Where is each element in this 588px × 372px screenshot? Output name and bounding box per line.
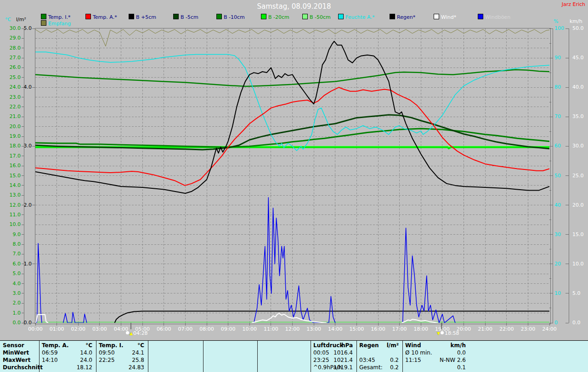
time-tick-label: 18:00: [412, 327, 430, 332]
legend-label: Empfang: [48, 21, 71, 27]
celsius-tick-label: 4.0: [4, 281, 21, 287]
legend-swatch-icon: [41, 14, 46, 19]
celsius-tick: [22, 313, 24, 313]
time-tick-label: 15:00: [347, 327, 366, 332]
windspeed-tick: [565, 146, 569, 147]
table-row-label: MinWert: [3, 349, 29, 356]
windspeed-tick-label: 50.0: [572, 26, 587, 31]
time-tick-label: 21:00: [476, 327, 494, 332]
sunrise-tick: [130, 323, 131, 329]
table-row-label: MaxWert: [3, 357, 30, 363]
celsius-tick-label: 9.0: [4, 232, 21, 237]
legend-item-wind: Wind*: [434, 14, 456, 19]
humidity-tick: [549, 293, 553, 293]
humidity-tick: [549, 278, 551, 279]
wind-series: [252, 314, 327, 323]
legend-item-b-5cm: B +5cm: [129, 14, 156, 19]
celsius-tick: [22, 156, 24, 156]
celsius-tick-label: 21.0: [4, 114, 21, 119]
unit-label-celsius: °C: [5, 17, 11, 23]
table-cell-value: N-NW 2.6: [402, 357, 466, 363]
time-tick-label: 03:00: [90, 327, 109, 332]
time-tick: [228, 323, 228, 326]
celsius-tick: [22, 175, 24, 176]
celsius-tick: [22, 234, 24, 235]
celsius-tick: [22, 214, 24, 215]
celsius-tick-label: 17.0: [4, 153, 21, 159]
time-tick-label: 05:00: [133, 327, 152, 332]
unit-label-wind: km/h: [570, 18, 582, 24]
celsius-tick-label: 11.0: [4, 212, 21, 218]
time-tick: [335, 323, 335, 326]
legend-label: Feuchte A.*: [345, 14, 374, 20]
table-column-separator: [148, 341, 148, 372]
humidity-tick: [549, 146, 553, 147]
unit-label-rain: l/m²: [16, 17, 26, 23]
legend-swatch-icon: [173, 14, 179, 19]
celsius-tick-label: 20.0: [4, 124, 21, 130]
celsius-tick-label: 28.0: [4, 45, 21, 51]
legend-item-feuchte-a: Feuchte A.*: [338, 14, 374, 19]
windspeed-tick-label: 30.0: [572, 143, 587, 149]
time-tick: [506, 323, 507, 326]
celsius-tick: [22, 244, 24, 245]
windspeed-tick-label: 10.0: [572, 261, 587, 267]
time-tick: [464, 323, 464, 326]
time-tick-label: 06:00: [155, 327, 173, 332]
legend-item-regen: Regen*: [390, 14, 415, 19]
legend-item-temp-i: Temp. I.*: [41, 14, 71, 19]
time-tick: [378, 323, 379, 326]
humidity-tick: [549, 43, 551, 44]
celsius-tick: [22, 48, 24, 48]
time-tick-label: 04:00: [112, 327, 130, 332]
windspeed-tick-label: 20.0: [572, 203, 587, 208]
table-cell-value: 24.0: [39, 357, 92, 363]
time-tick-label: 20:00: [455, 327, 473, 332]
legend-swatch-icon: [434, 14, 439, 19]
windspeed-axis-line: [569, 28, 569, 323]
time-tick: [207, 323, 207, 326]
time-tick-label: 19:00: [433, 327, 452, 332]
windspeed-tick-label: 15.0: [572, 232, 587, 237]
author-name: Jarz Erich: [562, 1, 585, 7]
windspeed-tick-label: 25.0: [572, 173, 587, 179]
celsius-tick-label: 5.0: [4, 271, 21, 276]
table-cell-value: 1016.4: [311, 349, 353, 356]
page-title: Samstag, 08.09.2018: [0, 2, 588, 11]
windspeed-tick: [565, 264, 569, 264]
legend-label: Regen*: [397, 14, 415, 20]
table-cell-value: 0.0: [402, 349, 466, 356]
time-tick-label: 12:00: [283, 327, 302, 332]
legend-swatch-icon: [216, 14, 222, 19]
celsius-tick: [22, 225, 24, 225]
table-cell-value: 18.12: [39, 364, 92, 371]
time-tick: [528, 323, 528, 326]
table-cell-value: 24.1: [96, 349, 144, 356]
celsius-tick: [22, 77, 24, 78]
celsius-tick-label: 26.0: [4, 65, 21, 70]
time-tick-label: 07:00: [176, 327, 194, 332]
time-tick: [485, 323, 486, 326]
celsius-tick: [22, 185, 24, 186]
table-column-unit: hPa: [311, 342, 353, 349]
celsius-tick: [22, 38, 24, 39]
time-tick-label: 10:00: [240, 327, 259, 332]
time-tick: [292, 323, 293, 326]
legend-swatch-icon: [129, 14, 134, 19]
table-column-separator: [203, 341, 204, 372]
legend-label: Temp. A.*: [93, 14, 117, 20]
legend-item-empfang: Empfang: [41, 20, 71, 26]
time-tick-label: 08:00: [198, 327, 216, 332]
windboeen-series: [403, 228, 455, 323]
unit-label-humidity: %: [554, 18, 558, 24]
legend-swatch-icon: [478, 14, 483, 19]
legend-item-temp-a: Temp. A.*: [85, 14, 117, 19]
windspeed-tick: [565, 58, 569, 58]
celsius-tick-label: 15.0: [4, 173, 21, 179]
celsius-tick: [22, 68, 24, 68]
celsius-tick-label: 3.0: [4, 291, 21, 296]
celsius-tick-label: 19.0: [4, 134, 21, 139]
legend-label: B +5cm: [136, 14, 156, 20]
table-cell-value: 1021.4: [311, 357, 353, 363]
sunset-tick: [441, 323, 442, 329]
